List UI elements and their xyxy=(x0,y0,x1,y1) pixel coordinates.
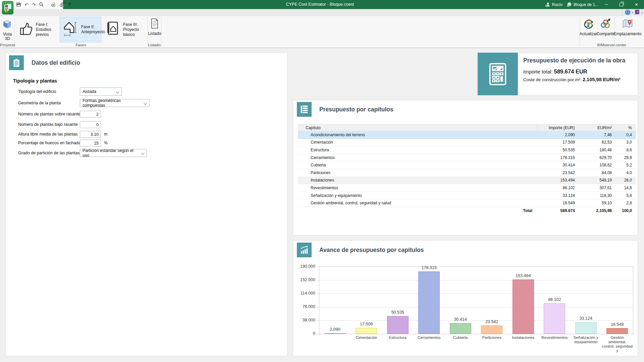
cell-capitulo: Señalización y equipamiento xyxy=(298,193,538,198)
table-row[interactable]: Particiones23.54284,084,0 xyxy=(298,169,636,177)
column-header-pct: % xyxy=(612,124,636,131)
search-icon[interactable] xyxy=(39,2,44,7)
bar-value-label: 33.124 xyxy=(570,316,602,321)
column-header-importe: Importe (EUR) xyxy=(537,124,575,131)
x-tick-label: Cubierta xyxy=(445,335,476,340)
svg-text:$: $ xyxy=(6,10,7,12)
axis-tick xyxy=(602,334,602,335)
cell-pct: 8,6 xyxy=(612,148,636,152)
window-title: CYPE Cost Estimator - Bloque.coest xyxy=(286,0,354,9)
redo-icon[interactable]: ↷ xyxy=(32,2,36,7)
cell-pct: 5,6 xyxy=(612,193,636,198)
cell-pct: 4,0 xyxy=(612,170,636,175)
x-tick-label: Estructura xyxy=(382,335,414,340)
table-row[interactable]: Gestión ambiental, control, seguridad y … xyxy=(298,199,636,207)
form-row: Tipología del edificioAislada xyxy=(18,88,284,96)
cell-pct: 0,4 xyxy=(612,133,636,137)
cell-capitulo: Revestimientos xyxy=(298,186,538,190)
cube-3d-icon xyxy=(2,19,12,31)
grado-particion-select[interactable]: Partición estándar según el uso xyxy=(80,149,147,157)
x-tick-label: Revestimientos xyxy=(539,335,571,340)
help-dropdown-arrow[interactable]: ▾ xyxy=(641,11,643,14)
emplazamiento-button[interactable]: Emplazamiento xyxy=(615,17,640,42)
table-row[interactable]: Cimentación17.50962,533,0 xyxy=(298,139,636,147)
vista-3d-button[interactable]: Vista 3D xyxy=(0,17,14,42)
help-book-icon[interactable]: ? xyxy=(634,9,640,16)
table-header-row: CapítuloImporte (EUR)EUR/m²% xyxy=(298,124,636,131)
field-label: Tipología del edificio xyxy=(18,88,56,96)
bar-value-label: 17.509 xyxy=(351,322,382,326)
bim-update-icon xyxy=(583,18,594,30)
field-label: Número de plantas bajo rasante xyxy=(18,121,78,128)
table-row[interactable]: Cubierta30.414108,625,2 xyxy=(298,161,636,169)
cell-pct: 29,9 xyxy=(612,155,636,160)
fase-1-button[interactable]: Fase I:Estudios previos xyxy=(16,17,59,42)
web-globe-icon[interactable] xyxy=(625,9,631,16)
plantas-sobre-rasante-input[interactable]: 2 xyxy=(80,111,101,118)
tipologia-edificio-select[interactable]: Aislada xyxy=(80,88,122,96)
cell-capitulo: Gestión ambiental, control, seguridad y … xyxy=(298,201,538,205)
total-label: Total xyxy=(298,208,538,213)
porcentaje-huecos-input[interactable]: 15 xyxy=(80,140,101,147)
compartir-button[interactable]: Compartir xyxy=(597,17,614,42)
titlebar-badges: Rocío Bloque de 1... xyxy=(545,0,598,9)
building-data-header: Datos del edificio xyxy=(9,55,80,70)
project-cube-icon xyxy=(567,2,572,7)
table-row[interactable]: Cerramientos176.315629,7029,9 xyxy=(298,154,636,162)
cell-importe: 30.414 xyxy=(538,163,575,167)
y-tick xyxy=(317,320,319,321)
bar xyxy=(544,303,565,334)
field-label: Grado de partición de las plantas xyxy=(18,149,79,157)
axis-tick xyxy=(445,334,445,335)
fase-2-button[interactable]: Fase II:Anteproyecto xyxy=(60,17,101,42)
globe-dropdown-arrow[interactable]: ▾ xyxy=(632,11,633,14)
cell-capitulo: Instalaciones xyxy=(298,178,538,183)
table-row[interactable]: Estructura50.535180,488,6 xyxy=(298,146,636,154)
bar xyxy=(324,333,346,334)
select-value: Partición estándar según el uso xyxy=(83,148,139,158)
table-row[interactable]: Señalización y equipamiento33.124118,305… xyxy=(298,192,636,200)
y-tick-label: 0 xyxy=(294,331,315,336)
chapters-header: Presupuesto por capítulos xyxy=(297,102,393,117)
table-row[interactable]: Instalaciones153.494548,1926,0 xyxy=(298,177,636,185)
x-tick-label: Cerramientos xyxy=(414,335,445,340)
restore-button[interactable] xyxy=(614,0,629,9)
actualizar-button[interactable]: Actualizar xyxy=(580,17,596,42)
axis-tick xyxy=(507,334,508,335)
table-row[interactable]: Revestimientos86.102307,5114,6 xyxy=(298,184,636,192)
summary-total: Importe total: 589.674 EUR xyxy=(523,68,638,75)
select-value: Formas geométricas compuestas xyxy=(83,98,141,108)
bim-sync-icon[interactable] xyxy=(51,2,56,7)
project-badge[interactable]: Bloque de 1... xyxy=(567,2,598,7)
bar-value-label: 153.494 xyxy=(507,273,539,278)
close-button[interactable]: × xyxy=(629,0,644,9)
chart-card: Avance de presupuesto por capítulos 038.… xyxy=(293,240,638,356)
plantas-bajo-rasante-input[interactable]: 0 xyxy=(80,121,101,128)
cell-importe: 50.535 xyxy=(538,148,575,152)
table-row[interactable]: Acondicionamiento del terreno2.0907,460,… xyxy=(298,131,636,139)
app-icon[interactable]: $ xyxy=(2,1,13,14)
fase-1-label: Fase I:Estudios previos xyxy=(36,22,59,37)
form-row: Altura libre media de las plantas3.10m xyxy=(18,131,284,138)
thumbs-up-icon xyxy=(19,21,33,38)
form-row: Número de plantas bajo rasante0 xyxy=(18,121,284,128)
user-badge[interactable]: Rocío xyxy=(545,2,562,7)
ribbon-tab-row xyxy=(0,9,644,16)
listado-button[interactable]: Listado xyxy=(148,17,161,42)
chart-title: Avance de presupuesto por capítulos xyxy=(319,247,424,254)
fase-3-button[interactable]: Fase III:Proyecto básico xyxy=(103,17,147,42)
group-label-fases: Fases xyxy=(14,43,148,47)
altura-libre-media-input[interactable]: 3.10 xyxy=(80,131,101,138)
cell-importe: 176.315 xyxy=(538,155,575,160)
y-tick xyxy=(317,280,319,280)
bim-export-icon[interactable] xyxy=(59,2,65,7)
chevron-down-icon xyxy=(144,102,147,105)
house-measure-icon xyxy=(63,20,78,39)
undo-icon[interactable]: ↶ xyxy=(24,2,29,7)
save-icon[interactable] xyxy=(16,2,21,7)
field-label: Geometría de la planta xyxy=(18,99,61,107)
customize-toolbar-icon[interactable]: ▼ xyxy=(68,2,71,7)
minimize-button[interactable] xyxy=(599,0,614,9)
geometria-planta-select[interactable]: Formas geométricas compuestas xyxy=(80,99,150,107)
axis-tick xyxy=(351,334,351,335)
